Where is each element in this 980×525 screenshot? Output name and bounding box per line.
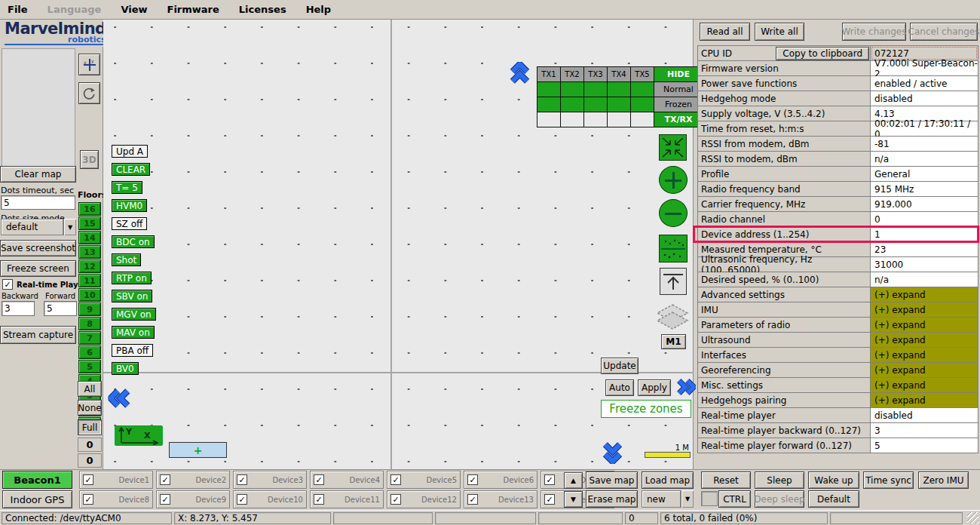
param-value[interactable]: General [871, 167, 978, 181]
floor-button[interactable]: 5 [78, 360, 101, 373]
axes-tool-button[interactable]: xy [78, 54, 100, 75]
save-screenshot-button[interactable]: Save screenshot [0, 240, 76, 256]
read-all-button[interactable]: Read all [700, 23, 750, 41]
floor-button[interactable]: 16 [78, 202, 101, 216]
backward-input[interactable]: 3 [2, 301, 35, 316]
m1-button[interactable]: M1 [661, 334, 686, 349]
floor-button[interactable]: 7 [78, 331, 101, 345]
map-mode-button[interactable]: CLEAR [112, 163, 150, 176]
tx-cell[interactable] [631, 82, 654, 97]
copy-to-clipboard-button[interactable]: Copy to clipboard [776, 47, 869, 60]
collapse-up-icon[interactable] [510, 62, 530, 84]
default-button[interactable]: Default [808, 490, 859, 508]
param-value[interactable]: V7.000i Super-Beacon-2 [871, 61, 978, 75]
upload-map-button[interactable] [660, 268, 687, 295]
tx-cell[interactable] [561, 97, 583, 112]
map-canvas[interactable]: Upd A CLEAR T= 5 HVM0 SZ off BDC on Shot… [103, 20, 694, 469]
device-checkbox[interactable] [83, 494, 93, 505]
map-mode-button[interactable]: T= 5 [112, 181, 142, 194]
floors-none-button[interactable]: None [78, 400, 102, 416]
map-mode-button[interactable]: MAV on [112, 326, 155, 339]
deep-sleep-button[interactable]: Deep sleep [755, 490, 804, 508]
param-value[interactable]: 23 [871, 242, 978, 256]
save-map-button[interactable]: Save map [586, 471, 638, 489]
ctrl-checkbox[interactable] [701, 491, 718, 506]
rotate-tool-button[interactable] [78, 82, 100, 104]
tx2-header[interactable]: TX2 [561, 67, 583, 81]
device-checkbox[interactable] [237, 494, 247, 505]
write-all-button[interactable]: Write all [755, 23, 804, 41]
map-mode-button[interactable]: Shot [112, 253, 141, 266]
device-cell[interactable]: Device3 [233, 471, 307, 489]
tx-cell[interactable] [537, 97, 560, 112]
param-value[interactable]: (+) expand [871, 393, 978, 407]
chevron-down-icon[interactable]: ▼ [63, 219, 76, 235]
erase-map-button[interactable]: Erase map [586, 490, 638, 508]
param-value[interactable]: 31000 [871, 257, 978, 272]
floors-all-button[interactable]: All [78, 381, 102, 397]
param-value[interactable]: 915 MHz [871, 182, 978, 196]
realtime-player-checkbox[interactable] [2, 279, 13, 290]
device-cell[interactable]: Device9 [156, 490, 230, 508]
menu-item[interactable]: Licenses [239, 4, 286, 15]
menu-item[interactable]: File [8, 4, 28, 15]
auto-button[interactable]: Auto [605, 379, 634, 396]
tx-cell[interactable] [584, 82, 607, 97]
tx5-header[interactable]: TX5 [631, 67, 654, 81]
map-mode-button[interactable]: SBV on [112, 290, 152, 302]
freeze-screen-button[interactable]: Freeze screen [0, 260, 76, 277]
tx-cell[interactable] [584, 97, 607, 112]
update-button[interactable]: Update [601, 358, 639, 374]
param-value[interactable]: n/a [871, 272, 978, 287]
zero-imu-button[interactable]: Zero IMU [918, 471, 969, 489]
param-value[interactable]: (+) expand [871, 287, 978, 302]
param-value[interactable]: enabled / active [871, 76, 978, 91]
device-checkbox[interactable] [314, 474, 324, 485]
device-checkbox[interactable] [314, 494, 324, 505]
beacon1-tab[interactable]: Beacon1 [2, 471, 72, 489]
param-value[interactable]: 0 [871, 212, 978, 226]
device-cell[interactable]: Device4 [310, 471, 384, 489]
floor-button[interactable]: 9 [78, 302, 101, 316]
map-mode-button[interactable]: Upd A [112, 145, 148, 158]
device-cell[interactable]: Device1 [79, 471, 153, 489]
tx4-header[interactable]: TX4 [608, 67, 630, 81]
forward-input[interactable]: 5 [44, 301, 77, 316]
device-cell[interactable]: Device13 [464, 490, 537, 508]
floor-button[interactable]: 13 [78, 245, 101, 259]
param-value[interactable]: disabled [871, 91, 978, 106]
tx-cell[interactable] [631, 97, 654, 112]
device-checkbox[interactable] [544, 474, 555, 485]
param-value[interactable]: n/a [871, 152, 978, 166]
device-checkbox[interactable] [160, 494, 170, 505]
freeze-zones-button[interactable]: Freeze zones [601, 400, 691, 418]
tx-cell[interactable] [608, 97, 630, 112]
floor-button[interactable]: 14 [78, 231, 101, 244]
clear-map-button[interactable]: Clear map [0, 166, 76, 183]
collapse-down-icon[interactable] [602, 441, 623, 464]
param-value[interactable]: (+) expand [871, 333, 978, 347]
floor-button[interactable]: 15 [78, 216, 101, 230]
tx-cell[interactable] [608, 82, 630, 97]
param-value[interactable]: (+) expand [871, 348, 978, 362]
menu-item[interactable]: View [121, 4, 147, 15]
tx3-header[interactable]: TX3 [584, 67, 607, 81]
device-cell[interactable]: Device11 [310, 490, 384, 508]
dots-size-select[interactable]: default ▼ [1, 219, 76, 235]
collapse-left-icon[interactable] [109, 388, 131, 409]
tx-cell[interactable] [537, 82, 560, 97]
param-value[interactable]: -81 [871, 137, 978, 151]
param-value[interactable]: 919.000 [871, 197, 978, 211]
floor-button[interactable]: 12 [78, 259, 101, 273]
menu-item[interactable]: Firmware [167, 4, 219, 15]
floors-full-button[interactable]: Full [78, 419, 102, 435]
tx-cell[interactable] [561, 82, 583, 97]
devices-scroll-up-button[interactable]: ▲ [564, 472, 583, 489]
3d-view-button[interactable]: 3D [80, 150, 99, 169]
chevron-down-icon[interactable]: ▼ [681, 490, 694, 508]
device-checkbox[interactable] [390, 474, 401, 485]
device-checkbox[interactable] [83, 474, 93, 485]
param-value[interactable]: (+) expand [871, 363, 978, 377]
device-checkbox[interactable] [390, 494, 401, 505]
sleep-button[interactable]: Sleep [755, 471, 804, 489]
